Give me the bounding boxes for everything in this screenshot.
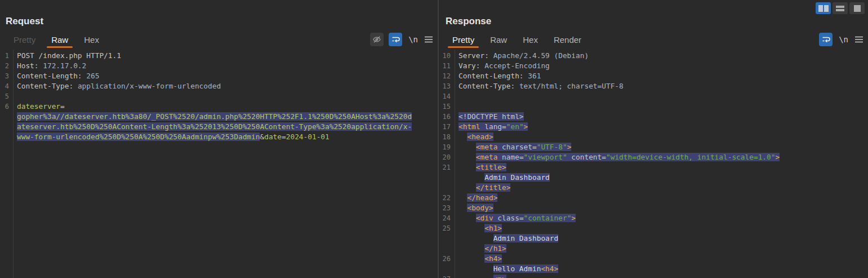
- line-number: [439, 183, 455, 193]
- line-number: 19: [439, 142, 455, 152]
- code-line: 6dateserver=: [0, 102, 438, 112]
- hide-nonprintable-button[interactable]: [370, 33, 384, 46]
- code-line: 1POST /index.php HTTP/1.1: [0, 51, 438, 61]
- line-number: 11: [439, 61, 455, 71]
- line-number: 26: [439, 254, 455, 264]
- line-number: 16: [439, 112, 455, 122]
- code-line: 4Content-Type: application/x-www-form-ur…: [0, 81, 438, 91]
- code-line: 27 <p>: [439, 274, 868, 278]
- line-number: 10: [439, 51, 455, 61]
- code-line: 2Host: 172.17.0.2: [0, 61, 438, 71]
- code-line: </title>: [439, 183, 868, 193]
- code-line: 26 <h4>: [439, 254, 868, 264]
- wrap-lines-icon: [391, 35, 400, 44]
- code-line: 23 <body>: [439, 203, 868, 213]
- code-line: 10Server: Apache/2.4.59 (Debian): [439, 51, 868, 61]
- line-number: 15: [439, 102, 455, 112]
- request-toolbar: \n: [370, 33, 433, 46]
- request-editor[interactable]: 1POST /index.php HTTP/1.12Host: 172.17.0…: [0, 50, 438, 278]
- code-line: 15: [439, 102, 868, 112]
- code-line: www-form-urlencoded%250D%250A%250D%250Aa…: [0, 132, 438, 142]
- wrap-lines-button[interactable]: [389, 33, 402, 46]
- repeater-message-editor: Request Pretty Raw Hex \n: [0, 0, 868, 278]
- line-number: 1: [0, 51, 13, 61]
- code-line: gopher%3a//dateserver.htb%3a80/_POST%252…: [0, 112, 438, 122]
- line-number: [439, 173, 455, 183]
- eye-slash-icon: [372, 35, 381, 44]
- editor-menu-icon[interactable]: [424, 36, 433, 43]
- line-number: 25: [439, 223, 455, 233]
- code-line: 24 <div class="container">: [439, 213, 868, 223]
- wrap-lines-button[interactable]: [819, 33, 833, 46]
- response-tabbar: Pretty Raw Hex Render: [442, 32, 868, 48]
- code-line: 14: [439, 91, 868, 102]
- response-tab-pretty[interactable]: Pretty: [447, 32, 480, 48]
- wrap-lines-icon: [821, 35, 830, 44]
- code-line: 13Content-Type: text/html; charset=UTF-8: [439, 81, 868, 91]
- response-code-rows: 910Server: Apache/2.4.59 (Debian)11Vary:…: [439, 50, 868, 278]
- line-number: 17: [439, 122, 455, 132]
- show-newlines-toggle[interactable]: \n: [407, 35, 419, 44]
- line-number: 21: [439, 162, 455, 173]
- line-number: 5: [0, 91, 13, 102]
- line-number: 23: [439, 203, 455, 213]
- line-number: 18: [439, 132, 455, 142]
- response-tab-raw[interactable]: Raw: [484, 32, 513, 48]
- code-line: 21 <title>: [439, 162, 868, 173]
- line-number: 20: [439, 152, 455, 162]
- request-tab-pretty: Pretty: [8, 32, 41, 48]
- code-line: 18 <head>: [439, 132, 868, 142]
- line-number: 24: [439, 213, 455, 223]
- line-number: [439, 233, 455, 244]
- line-number: 27: [439, 274, 455, 278]
- request-title: Request: [6, 16, 43, 27]
- response-tab-hex[interactable]: Hex: [517, 32, 544, 48]
- request-tab-raw[interactable]: Raw: [46, 32, 74, 48]
- line-number: [0, 112, 13, 122]
- code-line: 19 <meta charset="UTF-8">: [439, 142, 868, 152]
- code-line: </h1>: [439, 244, 868, 254]
- code-line: 22 </head>: [439, 193, 868, 203]
- line-number: 3: [0, 71, 13, 81]
- code-line: 17<html lang="en">: [439, 122, 868, 132]
- line-number: [439, 244, 455, 254]
- code-line: ateserver.htb%250D%250AContent-Length%3a…: [0, 122, 438, 132]
- response-toolbar: \n: [819, 33, 863, 46]
- code-line: Admin Dashboard: [439, 173, 868, 183]
- line-number: [0, 132, 13, 142]
- line-number: 13: [439, 81, 455, 91]
- line-number: 4: [0, 81, 13, 91]
- code-line: 5: [0, 91, 438, 102]
- code-line: 25 <h1>: [439, 223, 868, 233]
- line-number: 22: [439, 193, 455, 203]
- request-tab-hex[interactable]: Hex: [78, 32, 105, 48]
- code-line: 11Vary: Accept-Encoding: [439, 61, 868, 71]
- request-panel: Request Pretty Raw Hex \n: [0, 0, 438, 278]
- line-number: 12: [439, 71, 455, 81]
- response-panel: Response Pretty Raw Hex Render \n: [439, 0, 868, 278]
- response-title: Response: [446, 16, 491, 27]
- code-line: Admin Dashboard: [439, 233, 868, 244]
- editor-menu-icon[interactable]: [854, 36, 863, 43]
- line-number: 6: [0, 102, 13, 112]
- code-line: 16<!DOCTYPE html>: [439, 112, 868, 122]
- line-number: [439, 264, 455, 274]
- code-line: 3Content-Length: 265: [0, 71, 438, 81]
- code-line: 20 <meta name="viewport" content="width=…: [439, 152, 868, 162]
- code-line: 12Content-Length: 361: [439, 71, 868, 81]
- show-newlines-toggle[interactable]: \n: [838, 35, 849, 44]
- code-line: Hello Admin<h4>: [439, 264, 868, 274]
- response-tab-render[interactable]: Render: [548, 32, 587, 48]
- request-code-rows: 1POST /index.php HTTP/1.12Host: 172.17.0…: [0, 51, 438, 142]
- line-number: 14: [439, 91, 455, 102]
- line-number: [0, 122, 13, 132]
- response-viewer[interactable]: 910Server: Apache/2.4.59 (Debian)11Vary:…: [439, 50, 868, 278]
- line-number: 2: [0, 61, 13, 71]
